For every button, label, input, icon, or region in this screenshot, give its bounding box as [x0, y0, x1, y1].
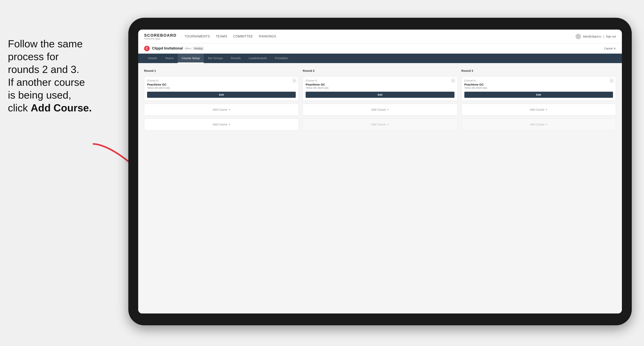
round-3-course-card: ○ (Course A) Peachtree GC Yellow (M) (66…: [462, 76, 616, 101]
tournament-tag: (Men): [185, 47, 192, 50]
round-1-course-tag: (Course A): [147, 79, 296, 82]
add-course-emphasis: Add Course.: [31, 102, 92, 114]
round-2-label: Round 2: [303, 69, 457, 72]
logo-title: SCOREBOARD: [144, 33, 176, 38]
round-2-course-tag: (Course A): [306, 79, 454, 82]
hosting-badge: Hosting: [193, 47, 204, 50]
user-email: blair@clippd.io: [583, 35, 601, 38]
main-content: Round 1 ○ (Course A) Peachtree GC Yellow…: [138, 63, 622, 314]
round-3-column: Round 3 ○ (Course A) Peachtree GC Yellow…: [462, 69, 616, 130]
instruction-panel: Follow the same process for rounds 2 and…: [0, 31, 114, 120]
logo-letter: C: [146, 47, 148, 50]
round-1-course-details: Yellow (M) (6629 yds): [147, 87, 296, 89]
rounds-grid: Round 1 ○ (Course A) Peachtree GC Yellow…: [144, 69, 616, 130]
plus-icon-5: +: [546, 108, 548, 111]
nav-teams[interactable]: TEAMS: [216, 35, 227, 38]
plus-icon-6: +: [546, 123, 548, 126]
logo-subtitle: Powered by clippd: [144, 38, 176, 40]
round-2-course-details: Yellow (M) (6629 yds): [306, 87, 454, 89]
cancel-button[interactable]: Cancel ✕: [604, 47, 616, 50]
round-2-course-name: Peachtree GC: [306, 83, 454, 86]
nav-links: TOURNAMENTS TEAMS COMMITTEE RANKINGS: [184, 35, 575, 38]
plus-icon-1: +: [228, 108, 230, 111]
nav-right: blair@clippd.io | Sign out: [576, 34, 616, 39]
close-icon: ✕: [614, 47, 616, 50]
tournament-name: Clippd Invitational: [152, 46, 183, 50]
tournament-icon: C: [144, 46, 150, 51]
round-2-course-card: ○ (Course A) Peachtree GC Yellow (M) (66…: [303, 76, 457, 101]
round-1-add-course-2[interactable]: Add Course +: [144, 119, 299, 130]
round-1-course-name: Peachtree GC: [147, 83, 296, 86]
round-2-add-course-2: Add Course +: [303, 119, 457, 130]
tab-course-setup[interactable]: Course Setup: [178, 54, 204, 63]
tab-printables[interactable]: Printables: [271, 54, 292, 63]
tab-leaderboards[interactable]: Leaderboards: [244, 54, 271, 63]
round-1-label: Round 1: [144, 69, 299, 72]
round-1-column: Round 1 ○ (Course A) Peachtree GC Yellow…: [144, 69, 299, 130]
round-1-edit-button[interactable]: Edit: [147, 92, 296, 98]
nav-rankings[interactable]: RANKINGS: [259, 35, 276, 38]
round2-add-course-2-label: Add Course: [371, 123, 386, 126]
tab-results[interactable]: Results: [227, 54, 244, 63]
round-3-edit-button[interactable]: Edit: [464, 92, 613, 98]
top-nav: SCOREBOARD Powered by clippd TOURNAMENTS…: [138, 29, 622, 43]
round-2-column: Round 2 ○ (Course A) Peachtree GC Yellow…: [303, 69, 457, 130]
round-2-edit-button[interactable]: Edit: [306, 92, 454, 98]
nav-separator: |: [603, 35, 604, 38]
scoreboard-logo: SCOREBOARD Powered by clippd: [144, 33, 176, 40]
sign-out-link[interactable]: Sign out: [606, 35, 616, 38]
plus-icon-4: +: [387, 123, 389, 126]
add-course-2-label: Add Course: [213, 123, 227, 126]
round2-add-course-1-label: Add Course: [371, 108, 386, 111]
round-3-add-course-2: Add Course +: [462, 119, 616, 130]
tab-teams[interactable]: Teams: [161, 54, 178, 63]
round-1-add-course-1[interactable]: Add Course +: [144, 104, 299, 116]
sub-header: C Clippd Invitational (Men) Hosting Canc…: [138, 43, 622, 54]
add-course-1-label: Add Course: [213, 108, 227, 111]
tablet-frame: SCOREBOARD Powered by clippd TOURNAMENTS…: [128, 18, 632, 325]
tab-details[interactable]: Details: [144, 54, 161, 63]
nav-tournaments[interactable]: TOURNAMENTS: [184, 35, 210, 38]
tab-tee-groups[interactable]: Tee Groups: [204, 54, 227, 63]
round-3-course-name: Peachtree GC: [464, 83, 613, 86]
tabs-bar: Details Teams Course Setup Tee Groups Re…: [138, 54, 622, 63]
round-1-delete-button[interactable]: ○: [292, 78, 296, 83]
round-2-delete-button[interactable]: ○: [451, 78, 455, 83]
tablet-screen: SCOREBOARD Powered by clippd TOURNAMENTS…: [138, 29, 622, 314]
plus-icon-2: +: [228, 123, 230, 126]
instruction-text: Follow the same process for rounds 2 and…: [8, 38, 92, 114]
round-3-label: Round 3: [462, 69, 616, 72]
round-3-course-tag: (Course A): [464, 79, 613, 82]
round-1-course-card: ○ (Course A) Peachtree GC Yellow (M) (66…: [144, 76, 299, 101]
round-3-course-details: Yellow (M) (6629 yds): [464, 87, 613, 89]
round3-add-course-1-label: Add Course: [530, 108, 544, 111]
round3-add-course-2-label: Add Course: [530, 123, 544, 126]
round-3-delete-button[interactable]: ○: [610, 78, 614, 83]
round-2-add-course-1[interactable]: Add Course +: [303, 104, 457, 116]
nav-committee[interactable]: COMMITTEE: [233, 35, 253, 38]
plus-icon-3: +: [387, 108, 389, 111]
avatar: [576, 34, 581, 39]
round-3-add-course-1[interactable]: Add Course +: [462, 104, 616, 116]
